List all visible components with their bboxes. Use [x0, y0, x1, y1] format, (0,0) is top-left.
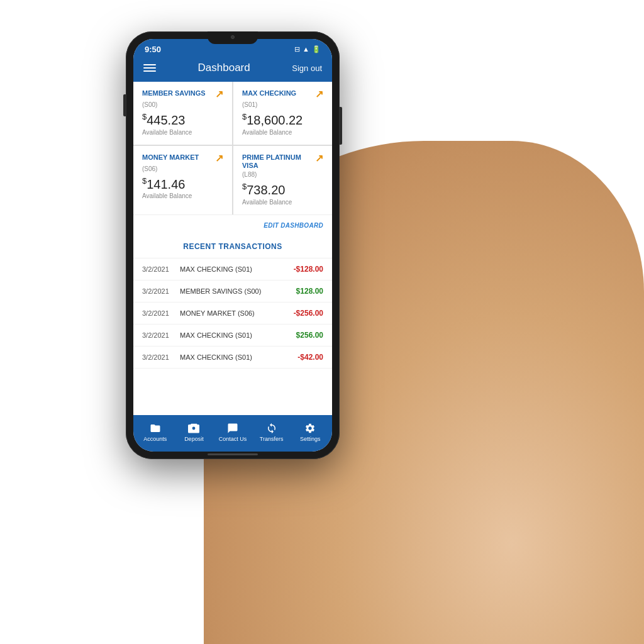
transaction-amount: -$256.00 [291, 309, 323, 318]
nav-label-contact-us: Contact Us [219, 436, 247, 442]
sync-icon [266, 423, 277, 434]
transaction-row[interactable]: 3/2/2021 MONEY MARKET (S06) -$256.00 [133, 303, 332, 325]
transaction-amount: $256.00 [291, 331, 323, 340]
card-title-max-checking: MAX CHECKING [242, 89, 313, 97]
account-card-max-checking[interactable]: MAX CHECKING ↗ (S01) $18,600.22 Availabl… [233, 82, 332, 145]
phone-screen: 9:50 ⊟ ▲ 🔋 Dashboard Sign out [133, 39, 332, 452]
card-code-member-savings: (S00) [142, 101, 223, 108]
account-card-member-savings[interactable]: MEMBER SAVINGS ↗ (S00) $445.23 Available… [133, 82, 232, 145]
transaction-amount: -$42.00 [291, 353, 323, 362]
folder-icon [150, 423, 161, 434]
data-signal-icon: ⊟ [294, 45, 300, 53]
home-indicator [208, 453, 258, 455]
transactions-title: RECENT TRANSACTIONS [183, 242, 282, 251]
page-title: Dashboard [198, 62, 250, 74]
transaction-name: MAX CHECKING (S01) [180, 331, 286, 339]
card-balance-prime-platinum: $738.20 [242, 182, 323, 197]
card-code-max-checking: (S01) [242, 101, 323, 108]
card-balance-label-money-market: Available Balance [142, 192, 223, 199]
bottom-nav: Accounts Deposit Contact Us Transfers [133, 415, 332, 452]
card-code-prime-platinum: (L88) [242, 171, 323, 178]
account-cards-grid: MEMBER SAVINGS ↗ (S00) $445.23 Available… [133, 82, 332, 214]
card-title-prime-platinum: PRIME PLATINUM VISA [242, 153, 313, 170]
transaction-date: 3/2/2021 [142, 353, 175, 361]
account-card-money-market[interactable]: MONEY MARKET ↗ (S06) $141.46 Available B… [133, 146, 232, 214]
wifi-icon: ▲ [303, 45, 309, 53]
phone-device: 9:50 ⊟ ▲ 🔋 Dashboard Sign out [126, 31, 340, 459]
transaction-name: MEMBER SAVINGS (S00) [180, 287, 286, 295]
main-content: MEMBER SAVINGS ↗ (S00) $445.23 Available… [133, 82, 332, 415]
card-balance-label-member-savings: Available Balance [142, 129, 223, 136]
camera-icon [188, 423, 199, 434]
nav-label-deposit: Deposit [184, 436, 204, 442]
card-balance-member-savings: $445.23 [142, 112, 223, 128]
card-balance-label-max-checking: Available Balance [242, 129, 323, 136]
card-balance-label-prime-platinum: Available Balance [242, 199, 323, 206]
transactions-section: RECENT TRANSACTIONS 3/2/2021 MAX CHECKIN… [133, 234, 332, 415]
arrow-icon-money-market: ↗ [215, 152, 223, 164]
transaction-row[interactable]: 3/2/2021 MAX CHECKING (S01) -$42.00 [133, 347, 332, 369]
card-title-money-market: MONEY MARKET [142, 153, 213, 162]
camera-dot [231, 35, 235, 39]
transaction-date: 3/2/2021 [142, 331, 175, 339]
status-time: 9:50 [145, 45, 161, 54]
card-balance-money-market: $141.46 [142, 176, 223, 192]
transaction-date: 3/2/2021 [142, 265, 175, 273]
nav-item-deposit[interactable]: Deposit [177, 423, 210, 442]
transaction-date: 3/2/2021 [142, 287, 175, 295]
signout-button[interactable]: Sign out [292, 64, 322, 73]
arrow-icon-member-savings: ↗ [215, 88, 223, 100]
edit-dashboard-section: EDIT DASHBOARD [133, 214, 332, 234]
gear-icon [304, 423, 316, 434]
card-header: MONEY MARKET ↗ [142, 153, 223, 164]
card-balance-max-checking: $18,600.22 [242, 112, 323, 128]
transaction-row[interactable]: 3/2/2021 MAX CHECKING (S01) $256.00 [133, 325, 332, 347]
transaction-name: MAX CHECKING (S01) [180, 265, 286, 273]
card-header: PRIME PLATINUM VISA ↗ [242, 153, 323, 170]
card-code-money-market: (S06) [142, 165, 223, 172]
phone-shell: 9:50 ⊟ ▲ 🔋 Dashboard Sign out [126, 31, 340, 459]
transactions-header: RECENT TRANSACTIONS [133, 234, 332, 258]
transaction-name: MONEY MARKET (S06) [180, 309, 286, 317]
nav-bar: Dashboard Sign out [133, 57, 332, 82]
edit-dashboard-link[interactable]: EDIT DASHBOARD [264, 222, 323, 229]
chat-icon [227, 423, 238, 434]
arrow-icon-max-checking: ↗ [315, 88, 323, 100]
nav-item-settings[interactable]: Settings [294, 423, 326, 442]
hamburger-menu-button[interactable] [143, 64, 156, 72]
battery-icon: 🔋 [312, 45, 321, 53]
nav-item-transfers[interactable]: Transfers [255, 423, 288, 442]
transaction-amount: $128.00 [291, 287, 323, 296]
nav-item-accounts[interactable]: Accounts [139, 423, 172, 442]
nav-label-accounts: Accounts [143, 436, 167, 442]
card-header: MEMBER SAVINGS ↗ [142, 89, 223, 100]
card-header: MAX CHECKING ↗ [242, 89, 323, 100]
account-card-prime-platinum[interactable]: PRIME PLATINUM VISA ↗ (L88) $738.20 Avai… [233, 146, 332, 214]
nav-label-settings: Settings [300, 436, 321, 442]
transaction-row[interactable]: 3/2/2021 MEMBER SAVINGS (S00) $128.00 [133, 280, 332, 303]
phone-notch [208, 31, 258, 44]
scene: 9:50 ⊟ ▲ 🔋 Dashboard Sign out [0, 0, 644, 644]
transaction-name: MAX CHECKING (S01) [180, 353, 286, 361]
transaction-date: 3/2/2021 [142, 309, 175, 317]
transaction-amount: -$128.00 [291, 265, 323, 274]
status-icons: ⊟ ▲ 🔋 [294, 45, 321, 53]
card-title-member-savings: MEMBER SAVINGS [142, 89, 213, 97]
nav-item-contact-us[interactable]: Contact Us [216, 423, 249, 442]
arrow-icon-prime-platinum: ↗ [315, 152, 323, 164]
transaction-row[interactable]: 3/2/2021 MAX CHECKING (S01) -$128.00 [133, 258, 332, 280]
nav-label-transfers: Transfers [260, 436, 284, 442]
